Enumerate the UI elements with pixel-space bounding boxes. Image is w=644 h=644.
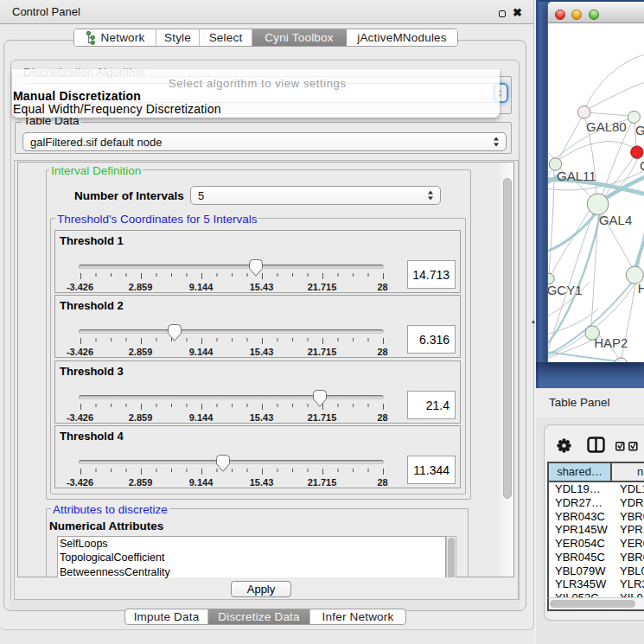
svg-text:H: H — [638, 281, 644, 296]
svg-text:GAL4: GAL4 — [599, 213, 632, 227]
svg-text:C: C — [640, 158, 644, 173]
svg-text:GAL11: GAL11 — [557, 169, 596, 183]
svg-text:GA: GA — [635, 123, 644, 137]
svg-text:GAL80: GAL80 — [586, 119, 627, 134]
svg-text:HAP2: HAP2 — [594, 335, 628, 350]
svg-text:GCY1: GCY1 — [548, 283, 583, 297]
